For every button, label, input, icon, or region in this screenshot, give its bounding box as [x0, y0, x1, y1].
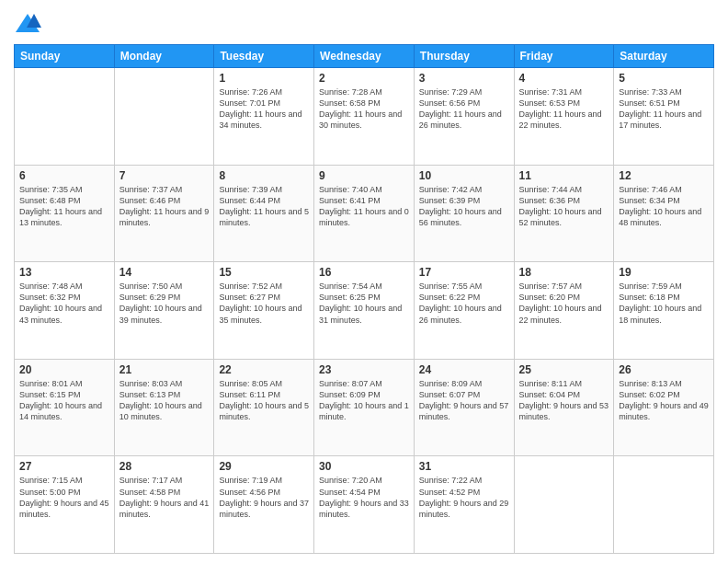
day-number: 6: [19, 169, 109, 182]
weekday-header-monday: Monday: [114, 45, 214, 68]
day-number: 27: [19, 460, 109, 473]
cell-info: Sunrise: 7:37 AMSunset: 6:46 PMDaylight:…: [119, 184, 210, 229]
cell-info: Sunrise: 8:01 AMSunset: 6:15 PMDaylight:…: [19, 378, 109, 423]
cell-info: Sunrise: 7:28 AMSunset: 6:58 PMDaylight:…: [319, 86, 409, 132]
calendar-cell: 17Sunrise: 7:55 AMSunset: 6:22 PMDayligh…: [414, 262, 514, 360]
day-number: 19: [619, 266, 709, 279]
day-number: 11: [519, 169, 609, 182]
calendar-cell: 8Sunrise: 7:39 AMSunset: 6:44 PMDaylight…: [214, 165, 314, 262]
calendar-cell: 6Sunrise: 7:35 AMSunset: 6:48 PMDaylight…: [15, 165, 115, 262]
day-number: 28: [119, 460, 210, 473]
calendar-cell: [614, 456, 714, 554]
day-number: 2: [319, 72, 409, 85]
calendar-cell: 3Sunrise: 7:29 AMSunset: 6:56 PMDaylight…: [414, 68, 514, 166]
logo-icon: [14, 9, 41, 37]
calendar-cell: [114, 68, 214, 166]
calendar-cell: 31Sunrise: 7:22 AMSunset: 4:52 PMDayligh…: [414, 456, 514, 554]
calendar-table: SundayMondayTuesdayWednesdayThursdayFrid…: [14, 44, 714, 554]
cell-info: Sunrise: 7:57 AMSunset: 6:20 PMDaylight:…: [519, 281, 609, 326]
calendar-cell: 12Sunrise: 7:46 AMSunset: 6:34 PMDayligh…: [614, 165, 714, 262]
cell-info: Sunrise: 7:15 AMSunset: 5:00 PMDaylight:…: [19, 475, 109, 520]
cell-info: Sunrise: 7:42 AMSunset: 6:39 PMDaylight:…: [419, 184, 509, 229]
day-number: 13: [19, 266, 109, 279]
cell-info: Sunrise: 8:13 AMSunset: 6:02 PMDaylight:…: [619, 378, 709, 423]
cell-info: Sunrise: 8:03 AMSunset: 6:13 PMDaylight:…: [119, 378, 210, 423]
weekday-header-wednesday: Wednesday: [314, 45, 415, 68]
calendar-cell: 19Sunrise: 7:59 AMSunset: 6:18 PMDayligh…: [614, 262, 714, 360]
day-number: 18: [519, 266, 609, 279]
calendar-cell: 13Sunrise: 7:48 AMSunset: 6:32 PMDayligh…: [15, 262, 115, 360]
calendar-cell: 7Sunrise: 7:37 AMSunset: 6:46 PMDaylight…: [114, 165, 214, 262]
calendar-cell: 1Sunrise: 7:26 AMSunset: 7:01 PMDaylight…: [214, 68, 314, 166]
cell-info: Sunrise: 7:39 AMSunset: 6:44 PMDaylight:…: [219, 184, 309, 229]
cell-info: Sunrise: 7:40 AMSunset: 6:41 PMDaylight:…: [319, 184, 409, 229]
calendar-cell: 15Sunrise: 7:52 AMSunset: 6:27 PMDayligh…: [214, 262, 314, 360]
cell-info: Sunrise: 7:50 AMSunset: 6:29 PMDaylight:…: [119, 281, 210, 326]
day-number: 29: [219, 460, 309, 473]
week-row-1: 6Sunrise: 7:35 AMSunset: 6:48 PMDaylight…: [15, 165, 714, 262]
weekday-header-row: SundayMondayTuesdayWednesdayThursdayFrid…: [15, 45, 714, 68]
calendar-cell: 29Sunrise: 7:19 AMSunset: 4:56 PMDayligh…: [214, 456, 314, 554]
day-number: 1: [219, 72, 309, 85]
cell-info: Sunrise: 7:33 AMSunset: 6:51 PMDaylight:…: [619, 86, 709, 132]
day-number: 9: [319, 169, 409, 182]
week-row-0: 1Sunrise: 7:26 AMSunset: 7:01 PMDaylight…: [15, 68, 714, 166]
day-number: 12: [619, 169, 709, 182]
day-number: 20: [19, 363, 109, 376]
day-number: 21: [119, 363, 210, 376]
calendar-cell: 30Sunrise: 7:20 AMSunset: 4:54 PMDayligh…: [314, 456, 415, 554]
week-row-3: 20Sunrise: 8:01 AMSunset: 6:15 PMDayligh…: [15, 359, 714, 456]
cell-info: Sunrise: 7:29 AMSunset: 6:56 PMDaylight:…: [419, 86, 509, 132]
calendar-cell: 10Sunrise: 7:42 AMSunset: 6:39 PMDayligh…: [414, 165, 514, 262]
calendar-cell: 18Sunrise: 7:57 AMSunset: 6:20 PMDayligh…: [514, 262, 614, 360]
calendar-cell: 14Sunrise: 7:50 AMSunset: 6:29 PMDayligh…: [114, 262, 214, 360]
weekday-header-tuesday: Tuesday: [214, 45, 314, 68]
day-number: 23: [319, 363, 409, 376]
calendar-cell: [514, 456, 614, 554]
day-number: 16: [319, 266, 409, 279]
calendar-cell: 21Sunrise: 8:03 AMSunset: 6:13 PMDayligh…: [114, 359, 214, 456]
weekday-header-saturday: Saturday: [614, 45, 714, 68]
week-row-4: 27Sunrise: 7:15 AMSunset: 5:00 PMDayligh…: [15, 456, 714, 554]
day-number: 10: [419, 169, 509, 182]
weekday-header-thursday: Thursday: [414, 45, 514, 68]
cell-info: Sunrise: 7:46 AMSunset: 6:34 PMDaylight:…: [619, 184, 709, 229]
logo: [14, 9, 45, 37]
calendar-cell: 22Sunrise: 8:05 AMSunset: 6:11 PMDayligh…: [214, 359, 314, 456]
cell-info: Sunrise: 7:54 AMSunset: 6:25 PMDaylight:…: [319, 281, 409, 326]
cell-info: Sunrise: 8:11 AMSunset: 6:04 PMDaylight:…: [519, 378, 609, 423]
day-number: 31: [419, 460, 509, 473]
cell-info: Sunrise: 7:20 AMSunset: 4:54 PMDaylight:…: [319, 475, 409, 520]
day-number: 8: [219, 169, 309, 182]
cell-info: Sunrise: 7:52 AMSunset: 6:27 PMDaylight:…: [219, 281, 309, 326]
calendar-cell: [15, 68, 115, 166]
cell-info: Sunrise: 7:48 AMSunset: 6:32 PMDaylight:…: [19, 281, 109, 326]
weekday-header-sunday: Sunday: [15, 45, 115, 68]
calendar-cell: 4Sunrise: 7:31 AMSunset: 6:53 PMDaylight…: [514, 68, 614, 166]
page: SundayMondayTuesdayWednesdayThursdayFrid…: [0, 0, 728, 563]
day-number: 4: [519, 72, 609, 85]
calendar-cell: 26Sunrise: 8:13 AMSunset: 6:02 PMDayligh…: [614, 359, 714, 456]
calendar-cell: 28Sunrise: 7:17 AMSunset: 4:58 PMDayligh…: [114, 456, 214, 554]
cell-info: Sunrise: 8:05 AMSunset: 6:11 PMDaylight:…: [219, 378, 309, 423]
calendar-cell: 27Sunrise: 7:15 AMSunset: 5:00 PMDayligh…: [15, 456, 115, 554]
calendar-cell: 20Sunrise: 8:01 AMSunset: 6:15 PMDayligh…: [15, 359, 115, 456]
day-number: 3: [419, 72, 509, 85]
calendar-cell: 24Sunrise: 8:09 AMSunset: 6:07 PMDayligh…: [414, 359, 514, 456]
day-number: 17: [419, 266, 509, 279]
calendar-cell: 25Sunrise: 8:11 AMSunset: 6:04 PMDayligh…: [514, 359, 614, 456]
day-number: 26: [619, 363, 709, 376]
day-number: 22: [219, 363, 309, 376]
cell-info: Sunrise: 7:26 AMSunset: 7:01 PMDaylight:…: [219, 86, 309, 132]
calendar-cell: 9Sunrise: 7:40 AMSunset: 6:41 PMDaylight…: [314, 165, 415, 262]
day-number: 15: [219, 266, 309, 279]
weekday-header-friday: Friday: [514, 45, 614, 68]
day-number: 5: [619, 72, 709, 85]
calendar-cell: 16Sunrise: 7:54 AMSunset: 6:25 PMDayligh…: [314, 262, 415, 360]
day-number: 25: [519, 363, 609, 376]
cell-info: Sunrise: 7:31 AMSunset: 6:53 PMDaylight:…: [519, 86, 609, 132]
calendar-cell: 23Sunrise: 8:07 AMSunset: 6:09 PMDayligh…: [314, 359, 415, 456]
week-row-2: 13Sunrise: 7:48 AMSunset: 6:32 PMDayligh…: [15, 262, 714, 360]
day-number: 24: [419, 363, 509, 376]
cell-info: Sunrise: 7:59 AMSunset: 6:18 PMDaylight:…: [619, 281, 709, 326]
